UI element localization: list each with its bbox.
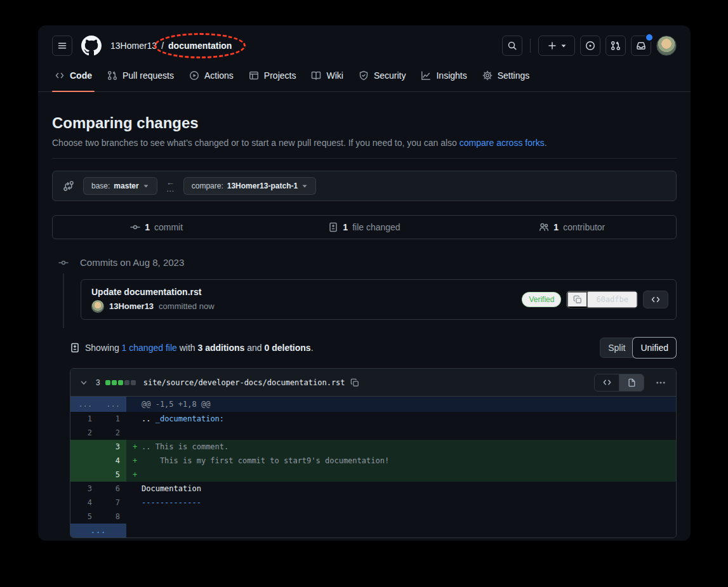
diff-line-content: Documentation	[126, 482, 676, 496]
divider	[52, 158, 677, 159]
commit-author-avatar[interactable]	[91, 300, 104, 313]
file-changes-count: 3	[96, 378, 100, 387]
code-segment: _documentation:	[156, 414, 224, 423]
old-line-number[interactable]: 5	[70, 510, 98, 524]
contributors-count: 1	[553, 222, 559, 232]
file-view-toggle	[594, 374, 644, 392]
tab-projects[interactable]: Projects	[241, 61, 304, 91]
commits-timeline: Commits on Aug 8, 2023 Update documentat…	[52, 257, 677, 320]
tab-code[interactable]: Code	[47, 61, 100, 91]
pull-requests-button[interactable]	[606, 36, 626, 56]
diff-line-content: + This is my first commit to start9's do…	[126, 454, 676, 468]
new-line-number[interactable]: 2	[98, 426, 126, 440]
commit-author[interactable]: 13Homer13	[109, 301, 154, 311]
hamburger-menu-button[interactable]	[52, 36, 72, 56]
git-pull-request-icon	[611, 41, 621, 51]
chevron-down-icon[interactable]	[77, 378, 91, 387]
new-line-number[interactable]: 8	[98, 510, 126, 524]
header-divider	[530, 39, 531, 53]
diff-row: 58	[70, 510, 676, 524]
base-branch-selector[interactable]: base: master	[83, 177, 157, 195]
summary-and: and	[244, 343, 264, 353]
commits-stat[interactable]: 1 commit	[53, 222, 260, 232]
compare-across-forks-link[interactable]: compare across forks	[460, 138, 545, 148]
issues-button[interactable]	[580, 36, 600, 56]
copy-path-icon[interactable]	[350, 378, 359, 387]
diff-line-content	[126, 524, 676, 538]
rich-view-button[interactable]	[619, 374, 644, 391]
shield-icon	[359, 70, 369, 81]
kebab-menu-icon[interactable]	[656, 378, 666, 388]
expand-hunk-button[interactable]: ...	[70, 524, 126, 538]
notification-dot	[645, 33, 654, 42]
new-line-number[interactable]: 7	[98, 496, 126, 510]
diff-row: 4+ This is my first commit to start9's d…	[70, 454, 676, 468]
breadcrumb-repo[interactable]: documentation	[168, 41, 232, 51]
copy-icon	[573, 295, 582, 304]
new-line-number[interactable]: 3	[98, 440, 126, 454]
search-button[interactable]	[502, 36, 522, 56]
browse-code-button[interactable]	[643, 291, 668, 308]
code-segment: -------------	[142, 498, 201, 507]
diff-sign: +	[133, 468, 142, 482]
split-toggle[interactable]: Split	[600, 338, 633, 358]
commit-sha-link[interactable]: 60adfbe	[587, 291, 637, 308]
branch-compare-bar: base: master ← … compare: 13Homer13-patc…	[52, 171, 677, 201]
old-line-number[interactable]: ...	[70, 397, 98, 412]
unified-toggle[interactable]: Unified	[633, 338, 676, 358]
changed-file-link[interactable]: 1 changed file	[122, 343, 177, 353]
tab-actions[interactable]: Actions	[182, 61, 241, 91]
create-new-button[interactable]	[538, 36, 575, 56]
graph-icon	[421, 70, 431, 81]
new-line-number[interactable]: 6	[98, 482, 126, 496]
file-path[interactable]: site/source/developer-docs/documentation…	[143, 378, 345, 387]
old-line-number[interactable]: 4	[70, 496, 98, 510]
copy-sha-button[interactable]	[567, 291, 587, 308]
commit-title-link[interactable]: Update documentation.rst	[91, 287, 215, 297]
diff-row: 22	[70, 426, 676, 440]
tab-pull-requests[interactable]: Pull requests	[100, 61, 182, 91]
tab-label: Settings	[498, 70, 530, 81]
diff-sign: +	[133, 454, 142, 468]
breadcrumb-owner[interactable]: 13Homer13	[110, 41, 157, 51]
github-logo-icon[interactable]	[81, 36, 102, 56]
old-line-number[interactable]: 3	[70, 482, 98, 496]
compare-branch-name: 13Homer13-patch-1	[227, 181, 298, 190]
commits-date-heading: Commits on Aug 8, 2023	[80, 257, 184, 268]
diff-line-content	[126, 426, 676, 440]
compare-branch-selector[interactable]: compare: 13Homer13-patch-1	[183, 177, 316, 195]
changes-summary-row: Showing 1 changed file with 3 additions …	[70, 338, 677, 358]
diff-sign: +	[133, 440, 142, 454]
summary-with: with	[177, 343, 198, 353]
tab-insights[interactable]: Insights	[413, 61, 474, 91]
tab-security[interactable]: Security	[351, 61, 414, 91]
old-line-number[interactable]	[70, 468, 98, 482]
git-pull-request-icon	[107, 70, 117, 81]
new-line-number[interactable]: 4	[98, 454, 126, 468]
old-line-number[interactable]	[70, 440, 98, 454]
tab-wiki[interactable]: Wiki	[303, 61, 350, 91]
diff-row: ......@@ -1,5 +1,8 @@	[70, 397, 676, 412]
table-icon	[249, 70, 259, 81]
contributors-label: contributor	[563, 222, 605, 232]
breadcrumb-separator: /	[161, 41, 164, 51]
files-changed-stat[interactable]: 1 file changed	[260, 222, 468, 232]
contributors-stat[interactable]: 1 contributor	[468, 222, 676, 232]
tab-label: Insights	[436, 70, 467, 81]
old-line-number[interactable]: 2	[70, 426, 98, 440]
base-label: base:	[91, 181, 110, 190]
verified-badge[interactable]: Verified	[522, 292, 561, 307]
new-line-number[interactable]: 1	[98, 412, 126, 426]
new-line-number[interactable]: ...	[98, 397, 126, 412]
tab-settings[interactable]: Settings	[475, 61, 538, 91]
repo-nav: Code Pull requests Actions Projects Wiki	[38, 61, 691, 92]
new-line-number[interactable]: 5	[98, 468, 126, 482]
files-label: file changed	[352, 222, 400, 232]
base-branch-name: master	[114, 181, 138, 190]
old-line-number[interactable]	[70, 454, 98, 468]
old-line-number[interactable]: 1	[70, 412, 98, 426]
source-view-button[interactable]	[595, 374, 619, 391]
diff-row: 5+	[70, 468, 676, 482]
user-avatar[interactable]	[656, 36, 677, 56]
code-segment: ..	[142, 414, 156, 423]
